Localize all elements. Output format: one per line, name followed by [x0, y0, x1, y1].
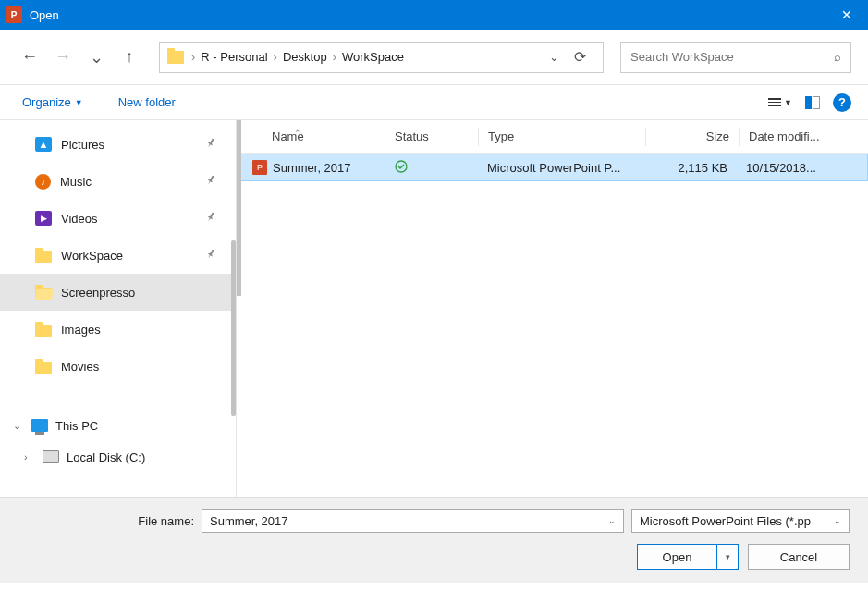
file-status	[385, 160, 478, 176]
forward-button[interactable]: →	[50, 44, 76, 70]
folder-icon	[35, 325, 52, 337]
new-folder-button[interactable]: New folder	[113, 92, 181, 113]
file-list: Name ⌃ Status Type Size Date modifi... P…	[236, 120, 868, 497]
breadcrumb-segment[interactable]: Desktop	[279, 50, 331, 64]
column-date[interactable]: Date modifi...	[740, 129, 868, 143]
videos-icon: ▶	[35, 211, 52, 226]
organize-label: Organize	[22, 95, 71, 109]
sidebar-item-images[interactable]: Images	[0, 311, 236, 348]
chevron-right-icon[interactable]: ›	[24, 451, 35, 462]
sidebar-item-label: Videos	[61, 212, 98, 226]
pin-icon	[202, 136, 218, 154]
filename-label: File name:	[18, 514, 194, 528]
cancel-label: Cancel	[780, 550, 817, 564]
up-button[interactable]: ↑	[116, 44, 142, 70]
breadcrumb-segment[interactable]: R - Personal	[197, 50, 271, 64]
chevron-down-icon: ▾	[726, 552, 730, 561]
sidebar-item-label: Screenpresso	[61, 286, 135, 300]
toolbar: Organize ▼ New folder ▼ ?	[0, 85, 868, 120]
folder-icon	[35, 251, 52, 263]
chevron-down-icon[interactable]: ⌄	[13, 420, 24, 432]
help-button[interactable]: ?	[833, 93, 851, 112]
pin-icon	[202, 173, 218, 191]
sidebar-item-pictures[interactable]: ▲Pictures	[0, 126, 236, 163]
sidebar-item-local-disk[interactable]: › Local Disk (C:)	[0, 441, 236, 473]
open-dropdown[interactable]: ▾	[716, 544, 739, 570]
music-icon: ♪	[35, 174, 51, 190]
file-size: 2,115 KB	[644, 161, 737, 175]
file-type: Microsoft PowerPoint P...	[478, 161, 644, 175]
search-input[interactable]	[630, 50, 834, 64]
back-button[interactable]: ←	[17, 44, 43, 70]
titlebar: P Open ✕	[0, 0, 868, 30]
close-button[interactable]: ✕	[825, 0, 868, 30]
chevron-right-icon[interactable]: ›	[272, 50, 279, 64]
filename-value: Summer, 2017	[210, 514, 608, 528]
sidebar-item-label: Images	[61, 323, 101, 337]
column-name[interactable]: Name ⌃	[237, 129, 385, 143]
chevron-down-icon: ▼	[75, 98, 83, 107]
organize-button[interactable]: Organize ▼	[17, 92, 89, 113]
pictures-icon: ▲	[35, 137, 52, 152]
chevron-down-icon[interactable]: ⌄	[608, 516, 616, 525]
file-row[interactable]: PSummer, 2017Microsoft PowerPoint P...2,…	[237, 154, 868, 181]
scrollbar[interactable]	[237, 120, 241, 296]
pin-icon	[202, 247, 218, 265]
file-type-filter[interactable]: Microsoft PowerPoint Files (*.pp ⌄	[631, 509, 850, 533]
powerpoint-icon: P	[252, 160, 267, 175]
disk-icon	[43, 450, 59, 463]
folder-icon	[167, 51, 184, 64]
chevron-down-icon[interactable]: ⌄	[834, 516, 841, 525]
file-name: Summer, 2017	[273, 161, 351, 175]
sidebar-item-label: WorkSpace	[61, 249, 123, 263]
navbar: ← → ⌄ ↑ › R - Personal › Desktop › WorkS…	[0, 30, 868, 85]
sidebar-item-label: Pictures	[61, 138, 104, 152]
sort-indicator-icon: ⌃	[294, 129, 301, 138]
cancel-button[interactable]: Cancel	[748, 544, 850, 570]
open-label: Open	[663, 550, 692, 564]
filename-input[interactable]: Summer, 2017 ⌄	[202, 509, 624, 533]
sidebar-item-label: Music	[60, 175, 92, 189]
chevron-right-icon[interactable]: ›	[189, 50, 197, 64]
search-box[interactable]: ⌕	[620, 42, 851, 73]
window-title: Open	[30, 8, 825, 22]
new-folder-label: New folder	[118, 95, 176, 109]
recent-dropdown[interactable]: ⌄	[83, 44, 109, 70]
search-icon[interactable]: ⌕	[834, 50, 841, 64]
footer: File name: Summer, 2017 ⌄ Microsoft Powe…	[0, 497, 868, 583]
view-mode-button[interactable]: ▼	[768, 98, 792, 107]
sidebar: ▲Pictures♪Music▶VideosWorkSpaceScreenpre…	[0, 120, 236, 497]
breadcrumb-segment[interactable]: WorkSpace	[338, 50, 408, 64]
sidebar-item-screenpresso[interactable]: Screenpresso	[0, 274, 236, 311]
chevron-right-icon[interactable]: ›	[331, 50, 338, 64]
sidebar-item-workspace[interactable]: WorkSpace	[0, 237, 236, 274]
column-status[interactable]: Status	[385, 129, 478, 143]
sidebar-item-label: Local Disk (C:)	[67, 450, 145, 464]
file-date: 10/15/2018...	[737, 161, 867, 175]
open-button[interactable]: Open ▾	[637, 544, 739, 570]
sidebar-item-music[interactable]: ♪Music	[0, 163, 236, 200]
preview-pane-button[interactable]	[805, 96, 820, 109]
column-type[interactable]: Type	[479, 129, 645, 143]
chevron-down-icon: ▼	[784, 98, 792, 107]
sidebar-item-movies[interactable]: Movies	[0, 348, 236, 385]
refresh-button[interactable]: ⟳	[565, 48, 595, 66]
sidebar-item-videos[interactable]: ▶Videos	[0, 200, 236, 237]
address-bar[interactable]: › R - Personal › Desktop › WorkSpace ⌄ ⟳	[159, 42, 604, 73]
column-headers: Name ⌃ Status Type Size Date modifi...	[237, 120, 868, 154]
filter-label: Microsoft PowerPoint Files (*.pp	[640, 514, 834, 528]
folder-icon	[35, 362, 52, 374]
list-icon	[768, 98, 781, 106]
sidebar-item-label: Movies	[61, 360, 99, 374]
separator	[13, 400, 223, 400]
pin-icon	[202, 210, 218, 228]
sidebar-item-label: This PC	[55, 419, 98, 433]
pc-icon	[31, 419, 48, 432]
address-dropdown[interactable]: ⌄	[544, 50, 565, 64]
app-icon: P	[6, 6, 22, 23]
sidebar-item-this-pc[interactable]: ⌄ This PC	[0, 410, 236, 441]
column-size[interactable]: Size	[646, 129, 739, 143]
folder-open-icon	[35, 288, 52, 300]
